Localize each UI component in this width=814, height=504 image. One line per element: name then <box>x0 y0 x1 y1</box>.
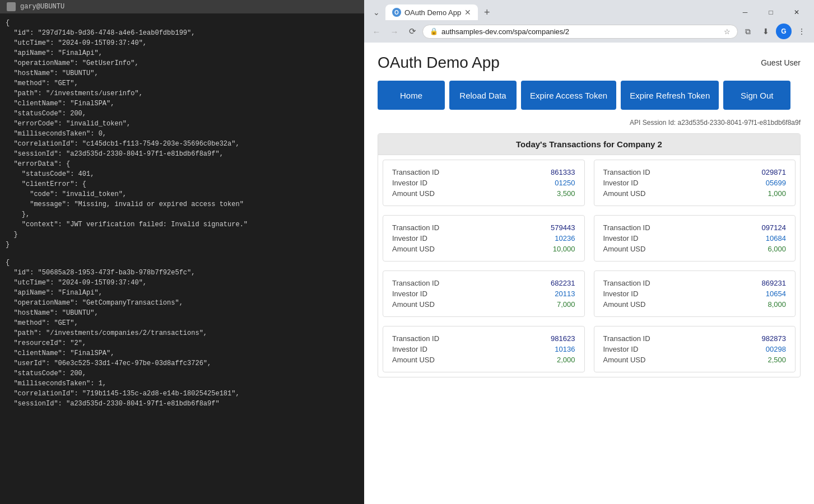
lock-icon: 🔒 <box>430 27 438 35</box>
amount-usd-row: Amount USD 2,500 <box>603 354 787 365</box>
window-controls: ─ □ ✕ <box>732 3 810 21</box>
download-btn[interactable]: ⬇ <box>758 24 774 39</box>
transaction-id-label: Transaction ID <box>603 223 650 232</box>
transaction-id-row: Transaction ID 982873 <box>603 333 787 344</box>
transaction-id-value: 981623 <box>551 334 575 343</box>
transaction-card: Transaction ID 869231 Investor ID 10654 … <box>594 270 796 317</box>
terminal-panel: gary@UBUNTU { "id": "297d714b-9d36-4748-… <box>0 0 364 504</box>
transaction-card: Transaction ID 982873 Investor ID 00298 … <box>594 326 796 372</box>
transaction-id-label: Transaction ID <box>392 168 439 176</box>
transaction-id-row: Transaction ID 861333 <box>392 167 575 178</box>
tab-close-btn[interactable]: ✕ <box>464 8 471 17</box>
tab-favicon: O <box>392 8 401 17</box>
investor-id-row: Investor ID 10684 <box>603 233 787 244</box>
close-btn[interactable]: ✕ <box>784 3 810 21</box>
investor-id-label: Investor ID <box>603 179 639 187</box>
investor-id-value: 01250 <box>555 179 575 187</box>
amount-usd-label: Amount USD <box>603 245 646 253</box>
transaction-id-row: Transaction ID 579443 <box>392 222 575 233</box>
home-button[interactable]: Home <box>378 81 445 110</box>
profile-btn[interactable]: G <box>776 24 792 39</box>
browser-chrome: ⌄ O OAuth Demo App ✕ + ─ □ ✕ ← → ⟳ 🔒 ☆ <box>364 0 814 43</box>
transaction-id-label: Transaction ID <box>392 334 439 343</box>
browser-tab-active[interactable]: O OAuth Demo App ✕ <box>385 4 478 20</box>
investor-id-row: Investor ID 10236 <box>392 233 575 244</box>
menu-btn[interactable]: ⋮ <box>794 24 810 39</box>
amount-usd-row: Amount USD 6,000 <box>603 244 787 254</box>
amount-usd-row: Amount USD 3,500 <box>392 188 575 199</box>
forward-btn[interactable]: → <box>387 24 402 39</box>
transaction-card: Transaction ID 861333 Investor ID 01250 … <box>383 160 585 206</box>
investor-id-label: Investor ID <box>392 234 427 242</box>
sign-out-button[interactable]: Sign Out <box>723 81 790 110</box>
terminal-content-block2: { "id": "50685a28-1953-473f-ba3b-978b7f9… <box>6 258 359 409</box>
transaction-id-value: 861333 <box>551 168 575 176</box>
extensions-btn[interactable]: ⧉ <box>740 24 756 39</box>
transaction-id-row: Transaction ID 097124 <box>603 222 787 233</box>
session-id-row: API Session Id: a23d535d-2330-8041-97f1-… <box>378 119 801 127</box>
investor-id-row: Investor ID 20113 <box>392 288 575 299</box>
investor-id-row: Investor ID 01250 <box>392 178 575 188</box>
amount-usd-row: Amount USD 2,000 <box>392 354 575 365</box>
transactions-title: Today's Transactions for Company 2 <box>378 134 800 155</box>
bookmark-icon[interactable]: ☆ <box>724 27 731 36</box>
expire-refresh-token-button[interactable]: Expire Refresh Token <box>621 81 719 110</box>
expire-access-token-button[interactable]: Expire Access Token <box>521 81 616 110</box>
address-input[interactable] <box>441 27 720 36</box>
investor-id-value: 10236 <box>555 234 575 242</box>
amount-usd-label: Amount USD <box>603 356 646 364</box>
investor-id-label: Investor ID <box>392 179 427 187</box>
investor-id-label: Investor ID <box>392 290 427 298</box>
investor-id-value: 00298 <box>766 345 786 353</box>
investor-id-label: Investor ID <box>603 345 639 353</box>
terminal-header: gary@UBUNTU <box>0 0 364 13</box>
transaction-id-label: Transaction ID <box>603 279 650 287</box>
amount-usd-label: Amount USD <box>392 245 435 253</box>
amount-usd-value: 2,000 <box>557 356 575 364</box>
amount-usd-row: Amount USD 10,000 <box>392 244 575 254</box>
investor-id-value: 10654 <box>766 290 786 298</box>
guest-user-label: Guest User <box>761 58 801 67</box>
transaction-id-value: 097124 <box>762 223 786 232</box>
transaction-card: Transaction ID 579443 Investor ID 10236 … <box>383 215 585 262</box>
tab-expand-btn[interactable]: ⌄ <box>369 4 384 20</box>
transaction-card: Transaction ID 682231 Investor ID 20113 … <box>383 270 585 317</box>
minimize-btn[interactable]: ─ <box>732 3 758 21</box>
reload-btn[interactable]: ⟳ <box>404 24 420 39</box>
transaction-id-label: Transaction ID <box>392 223 439 232</box>
amount-usd-label: Amount USD <box>603 189 646 198</box>
app-title: OAuth Demo App <box>378 54 500 72</box>
reload-data-button[interactable]: Reload Data <box>449 81 517 110</box>
browser-action-buttons: ⧉ ⬇ G ⋮ <box>740 24 810 39</box>
amount-usd-label: Amount USD <box>392 356 435 364</box>
restore-btn[interactable]: □ <box>758 3 784 21</box>
transaction-id-label: Transaction ID <box>603 334 650 343</box>
transaction-id-value: 869231 <box>762 279 786 287</box>
terminal-app-icon <box>7 2 16 11</box>
app-header: OAuth Demo App Guest User <box>378 54 801 72</box>
address-bar-row: ← → ⟳ 🔒 ☆ ⧉ ⬇ G ⋮ <box>364 21 814 43</box>
toolbar: Home Reload Data Expire Access Token Exp… <box>378 81 801 110</box>
investor-id-row: Investor ID 00298 <box>603 344 787 354</box>
amount-usd-value: 1,000 <box>768 189 786 198</box>
back-btn[interactable]: ← <box>369 24 384 39</box>
investor-id-label: Investor ID <box>603 234 639 242</box>
amount-usd-value: 6,000 <box>768 245 786 253</box>
transaction-id-value: 682231 <box>551 279 575 287</box>
investor-id-label: Investor ID <box>603 290 639 298</box>
tab-bar: ⌄ O OAuth Demo App ✕ + ─ □ ✕ <box>364 0 814 21</box>
investor-id-row: Investor ID 05699 <box>603 178 787 188</box>
amount-usd-value: 8,000 <box>768 300 786 309</box>
new-tab-btn[interactable]: + <box>479 4 495 20</box>
amount-usd-label: Amount USD <box>603 300 646 309</box>
investor-id-row: Investor ID 10654 <box>603 288 787 299</box>
address-bar[interactable]: 🔒 ☆ <box>422 25 738 39</box>
transaction-id-value: 029871 <box>762 168 786 176</box>
transaction-id-row: Transaction ID 869231 <box>603 278 787 288</box>
amount-usd-label: Amount USD <box>392 300 435 309</box>
investor-id-value: 10684 <box>766 234 786 242</box>
transaction-card: Transaction ID 097124 Investor ID 10684 … <box>594 215 796 262</box>
investor-id-value: 20113 <box>555 290 575 298</box>
transaction-card: Transaction ID 981623 Investor ID 10136 … <box>383 326 585 372</box>
transaction-id-row: Transaction ID 682231 <box>392 278 575 288</box>
